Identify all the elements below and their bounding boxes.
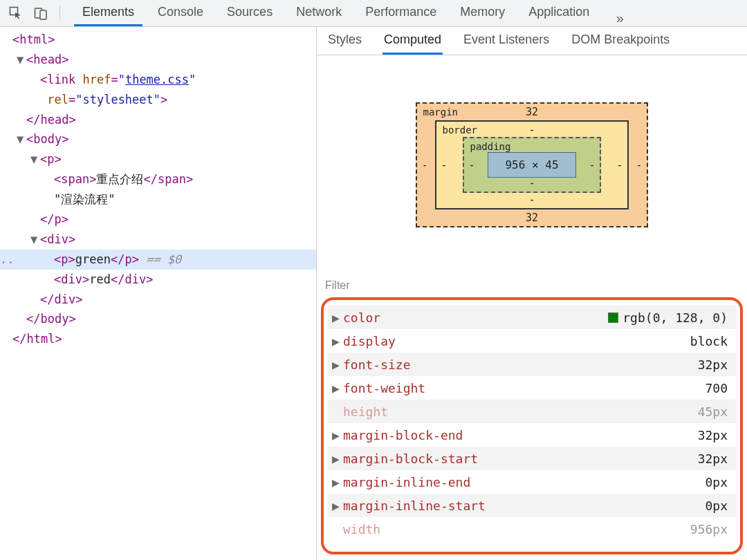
box-model-diagram[interactable]: margin 32 32 - - border - - - - padding … [317, 55, 747, 275]
computed-properties-list[interactable]: ▶colorrgb(0, 128, 0)▶displayblock▶font-s… [328, 306, 736, 541]
computed-property-row[interactable]: ▶margin-inline-start0px [328, 494, 736, 517]
computed-filter-input[interactable]: Filter [325, 279, 350, 291]
tab-application[interactable]: Application [520, 0, 598, 26]
box-model-margin[interactable]: margin 32 32 - - border - - - - padding … [416, 102, 647, 227]
computed-property-name: height [343, 404, 388, 419]
dom-node-line[interactable]: ▼ <head> [0, 50, 316, 70]
computed-property-name: color [343, 310, 380, 325]
computed-property-name: width [343, 522, 380, 536]
computed-property-name: font-size [343, 357, 411, 372]
device-toolbar-icon[interactable] [29, 2, 53, 24]
box-model-margin-label: margin [423, 106, 458, 118]
color-swatch-icon[interactable] [608, 312, 618, 323]
expand-toggle-icon[interactable]: ▼ [30, 230, 40, 250]
expand-tri-icon[interactable]: ▶ [332, 357, 343, 372]
dom-node-line[interactable]: </div> [0, 290, 316, 310]
elements-sidebar: StylesComputedEvent ListenersDOM Breakpo… [317, 27, 747, 560]
tab-console[interactable]: Console [149, 0, 212, 26]
tab-memory[interactable]: Memory [452, 0, 513, 26]
box-model-border[interactable]: border - - - - padding - - - 956 × 45 [435, 120, 628, 209]
box-model-margin-left: - [421, 159, 427, 171]
box-model-border-right: - [617, 159, 623, 171]
sidebar-tab-dom-breakpoints[interactable]: DOM Breakpoints [570, 27, 671, 55]
devtools-main: <html>▼ <head><link href="theme.css" rel… [0, 27, 747, 560]
computed-property-row[interactable]: ▶margin-block-start32px [328, 447, 736, 470]
computed-property-value: 32px [698, 451, 736, 466]
expand-toggle-icon[interactable]: ▼ [17, 129, 26, 149]
box-model-content-size: 956 × 45 [505, 158, 558, 171]
computed-property-row[interactable]: ▶margin-inline-end0px [328, 470, 736, 494]
sidebar-tab-computed[interactable]: Computed [382, 27, 443, 55]
box-model-border-label: border [442, 124, 477, 136]
box-model-padding[interactable]: padding - - - 956 × 45 [463, 137, 600, 193]
dom-node-line[interactable]: </body> [0, 309, 316, 329]
computed-property-row[interactable]: ▶colorrgb(0, 128, 0) [328, 306, 736, 329]
dom-node-line[interactable]: ▼ <div> [0, 230, 316, 250]
dom-tree[interactable]: <html>▼ <head><link href="theme.css" rel… [0, 27, 316, 349]
box-model-padding-left: - [468, 159, 474, 171]
computed-property-row[interactable]: ▶displayblock [328, 329, 736, 353]
dom-node-line[interactable]: </p> [0, 209, 316, 230]
computed-property-value: rgb(0, 128, 0) [608, 310, 736, 325]
toolbar-separator [59, 6, 60, 21]
dom-node-line[interactable]: <div>red</div> [0, 270, 316, 290]
expand-tri-icon[interactable]: ▶ [332, 498, 343, 513]
dom-node-line[interactable]: ..<p>green</p> == $0 [0, 250, 316, 270]
expand-tri-icon[interactable]: ▶ [332, 334, 343, 348]
box-model-padding-label: padding [470, 141, 510, 152]
box-model-margin-right: - [636, 159, 643, 171]
box-model-padding-right: - [589, 159, 596, 171]
expand-toggle-icon[interactable]: ▼ [30, 149, 40, 169]
devtools-toolbar: ElementsConsoleSourcesNetworkPerformance… [0, 0, 747, 27]
computed-property-row[interactable]: ▶margin-block-end32px [328, 423, 736, 447]
computed-property-name: display [343, 334, 396, 348]
expand-tri-icon[interactable]: ▶ [332, 451, 343, 466]
devtools-tabs: ElementsConsoleSourcesNetworkPerformance… [74, 0, 632, 26]
computed-property-name: margin-inline-start [343, 498, 486, 513]
computed-filter-row: Filter [317, 275, 747, 297]
box-model-margin-bottom: 32 [526, 212, 538, 224]
tab-elements[interactable]: Elements [74, 0, 142, 26]
expand-tri-icon[interactable]: ▶ [332, 475, 343, 489]
computed-property-name: margin-inline-end [343, 475, 470, 489]
sidebar-tab-styles[interactable]: Styles [326, 27, 363, 55]
svg-rect-2 [40, 10, 46, 19]
expand-tri-icon[interactable]: ▶ [332, 428, 343, 442]
elements-panel[interactable]: <html>▼ <head><link href="theme.css" rel… [0, 27, 317, 560]
expand-toggle-icon[interactable]: ▼ [17, 50, 26, 70]
box-model-padding-bottom: - [528, 177, 535, 189]
computed-properties-highlight: ▶colorrgb(0, 128, 0)▶displayblock▶font-s… [321, 297, 743, 554]
box-model-margin-top: 32 [526, 106, 538, 118]
computed-property-name: font-weight [343, 381, 425, 395]
box-model-border-bottom: - [528, 194, 535, 206]
computed-property-value: 32px [698, 428, 736, 442]
computed-property-row[interactable]: ▶height45px [328, 400, 736, 423]
dom-node-line[interactable]: </head> [0, 110, 316, 130]
tab-network[interactable]: Network [288, 0, 350, 26]
dom-node-line[interactable]: "渲染流程" [0, 189, 316, 209]
tabs-overflow-icon[interactable]: » [607, 10, 632, 26]
expand-tri-icon[interactable]: ▶ [332, 310, 343, 325]
dom-node-line[interactable]: </html> [0, 329, 316, 349]
inspect-element-icon[interactable] [4, 2, 28, 24]
computed-property-row[interactable]: ▶width956px [328, 517, 736, 541]
box-model-border-top: - [528, 124, 535, 136]
box-model-content[interactable]: 956 × 45 [488, 152, 575, 178]
computed-property-value: 956px [690, 522, 736, 536]
computed-property-row[interactable]: ▶font-weight700 [328, 376, 736, 400]
sidebar-tab-event-listeners[interactable]: Event Listeners [462, 27, 551, 55]
computed-property-name: margin-block-end [343, 428, 463, 442]
computed-property-value: 32px [698, 357, 736, 372]
computed-property-value: 700 [705, 381, 736, 395]
box-model-border-left: - [441, 159, 447, 171]
dom-node-line[interactable]: <html> [0, 30, 316, 50]
dom-node-line[interactable]: ▼ <p> [0, 149, 316, 169]
expand-tri-icon[interactable]: ▶ [332, 381, 343, 395]
computed-property-value: 0px [705, 498, 736, 513]
dom-node-line[interactable]: <link href="theme.css" rel="stylesheet"> [0, 70, 316, 110]
dom-node-line[interactable]: ▼ <body> [0, 129, 316, 149]
computed-property-row[interactable]: ▶font-size32px [328, 353, 736, 376]
tab-sources[interactable]: Sources [219, 0, 281, 26]
dom-node-line[interactable]: <span>重点介绍</span> [0, 169, 316, 189]
tab-performance[interactable]: Performance [357, 0, 445, 26]
